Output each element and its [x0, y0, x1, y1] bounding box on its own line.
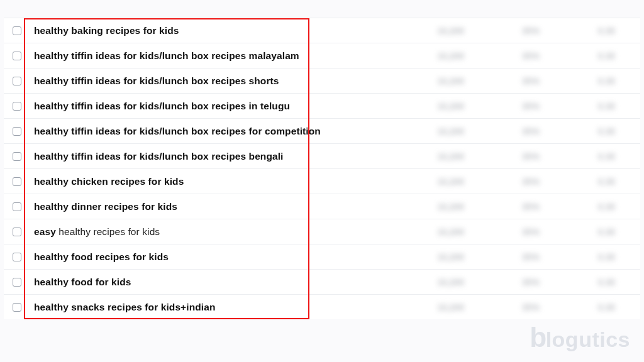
row-metrics: 10,20035%0.30 — [361, 277, 640, 287]
row-checkbox[interactable] — [13, 26, 21, 35]
metric-blurred: 10,200 — [420, 101, 464, 111]
metric-blurred: 35% — [508, 26, 540, 36]
keyword-text[interactable]: healthy tiffin ideas for kids/lunch box … — [34, 101, 361, 112]
metric-blurred: 0.30 — [584, 252, 615, 262]
row-checkbox[interactable] — [13, 278, 21, 287]
keyword-text[interactable]: healthy tiffin ideas for kids/lunch box … — [34, 126, 361, 137]
metric-blurred: 0.30 — [584, 177, 615, 187]
metric-blurred: 10,200 — [420, 26, 464, 36]
row-checkbox[interactable] — [13, 228, 21, 236]
metric-blurred: 35% — [508, 126, 540, 136]
keyword-text[interactable]: healthy food recipes for kids — [34, 251, 361, 263]
row-metrics: 10,20035%0.30 — [361, 51, 640, 61]
metric-blurred: 35% — [508, 151, 540, 162]
row-metrics: 10,20035%0.30 — [361, 76, 640, 86]
keyword-text[interactable]: easy healthy recipes for kids — [34, 226, 361, 238]
row-checkbox[interactable] — [13, 152, 21, 161]
keyword-row: healthy food recipes for kids10,20035%0.… — [4, 244, 640, 269]
row-checkbox[interactable] — [13, 253, 21, 261]
keyword-text[interactable]: healthy baking recipes for kids — [34, 25, 361, 36]
keyword-text[interactable]: healthy tiffin ideas for kids/lunch box … — [34, 75, 361, 87]
metric-blurred: 0.30 — [584, 151, 615, 162]
metric-blurred: 0.30 — [584, 26, 615, 36]
keyword-text[interactable]: healthy tiffin ideas for kids/lunch box … — [34, 151, 361, 162]
row-checkbox[interactable] — [13, 77, 21, 85]
row-checkbox[interactable] — [13, 102, 21, 111]
row-checkbox[interactable] — [13, 52, 21, 60]
row-metrics: 10,20035%0.30 — [361, 227, 640, 237]
metric-blurred: 35% — [508, 252, 540, 262]
keyword-text[interactable]: healthy food for kids — [34, 277, 361, 288]
row-metrics: 10,20035%0.30 — [361, 177, 640, 187]
keyword-row: healthy tiffin ideas for kids/lunch box … — [4, 118, 640, 143]
metric-blurred: 10,200 — [420, 76, 464, 86]
keyword-text[interactable]: healthy tiffin ideas for kids/lunch box … — [34, 50, 361, 62]
row-metrics: 10,20035%0.30 — [361, 26, 640, 36]
row-checkbox[interactable] — [13, 127, 21, 136]
metric-blurred: 10,200 — [420, 202, 464, 212]
row-metrics: 10,20035%0.30 — [361, 202, 640, 212]
keyword-row: healthy tiffin ideas for kids/lunch box … — [4, 68, 640, 93]
keyword-row: healthy snacks recipes for kids+indian10… — [4, 294, 640, 319]
row-checkbox[interactable] — [13, 303, 21, 312]
row-metrics: 10,20035%0.30 — [361, 151, 640, 162]
row-checkbox[interactable] — [13, 177, 21, 186]
metric-blurred: 10,200 — [420, 302, 464, 312]
keyword-row: healthy tiffin ideas for kids/lunch box … — [4, 43, 640, 68]
metric-blurred: 0.30 — [584, 76, 615, 86]
metric-blurred: 35% — [508, 51, 540, 61]
metric-blurred: 0.30 — [584, 302, 615, 312]
keyword-row: healthy baking recipes for kids10,20035%… — [4, 18, 640, 43]
keyword-text[interactable]: healthy chicken recipes for kids — [34, 176, 361, 187]
metric-blurred: 0.30 — [584, 227, 615, 237]
watermark: b logutics — [530, 322, 630, 353]
watermark-rest: logutics — [546, 327, 630, 352]
row-metrics: 10,20035%0.30 — [361, 101, 640, 111]
metric-blurred: 35% — [508, 202, 540, 212]
row-metrics: 10,20035%0.30 — [361, 252, 640, 262]
metric-blurred: 0.30 — [584, 202, 615, 212]
keyword-row: healthy food for kids10,20035%0.30 — [4, 269, 640, 294]
keyword-table: healthy baking recipes for kids10,20035%… — [4, 18, 640, 319]
metric-blurred: 10,200 — [420, 151, 464, 162]
metric-blurred: 0.30 — [584, 51, 615, 61]
metric-blurred: 10,200 — [420, 51, 464, 61]
keyword-text[interactable]: healthy snacks recipes for kids+indian — [34, 302, 361, 313]
metric-blurred: 0.30 — [584, 277, 615, 287]
row-checkbox[interactable] — [13, 202, 21, 211]
keyword-text[interactable]: healthy dinner recipes for kids — [34, 201, 361, 212]
row-metrics: 10,20035%0.30 — [361, 126, 640, 136]
keyword-row: healthy chicken recipes for kids10,20035… — [4, 168, 640, 194]
keyword-row: easy healthy recipes for kids10,20035%0.… — [4, 219, 640, 244]
metric-blurred: 35% — [508, 177, 540, 187]
metric-blurred: 35% — [508, 277, 540, 287]
metric-blurred: 0.30 — [584, 101, 615, 111]
metric-blurred: 35% — [508, 227, 540, 237]
row-metrics: 10,20035%0.30 — [361, 302, 640, 312]
metric-blurred: 10,200 — [420, 126, 464, 136]
metric-blurred: 10,200 — [420, 252, 464, 262]
metric-blurred: 35% — [508, 302, 540, 312]
metric-blurred: 35% — [508, 101, 540, 111]
metric-blurred: 10,200 — [420, 177, 464, 187]
watermark-prefix: b — [530, 322, 547, 353]
metric-blurred: 0.30 — [584, 126, 615, 136]
keyword-row: healthy tiffin ideas for kids/lunch box … — [4, 93, 640, 118]
keyword-row: healthy tiffin ideas for kids/lunch box … — [4, 143, 640, 168]
metric-blurred: 10,200 — [420, 277, 464, 287]
metric-blurred: 10,200 — [420, 227, 464, 237]
metric-blurred: 35% — [508, 76, 540, 86]
keyword-row: healthy dinner recipes for kids10,20035%… — [4, 194, 640, 219]
